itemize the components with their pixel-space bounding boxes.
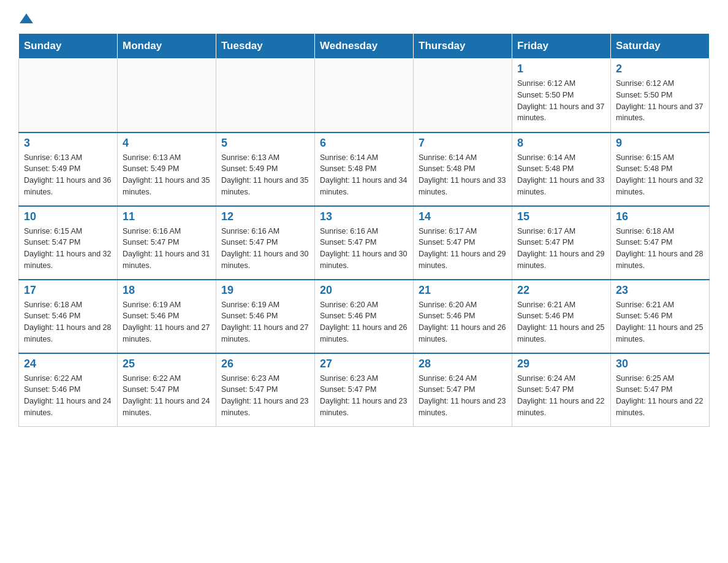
day-number: 18 — [123, 284, 211, 297]
day-info: Sunrise: 6:20 AMSunset: 5:46 PMDaylight:… — [320, 299, 408, 345]
calendar-day-cell: 28Sunrise: 6:24 AMSunset: 5:47 PMDayligh… — [414, 353, 512, 427]
day-number: 27 — [320, 358, 408, 370]
day-number: 29 — [517, 358, 605, 370]
day-number: 12 — [221, 210, 309, 223]
day-info: Sunrise: 6:25 AMSunset: 5:47 PMDaylight:… — [616, 373, 704, 419]
day-info: Sunrise: 6:23 AMSunset: 5:47 PMDaylight:… — [320, 373, 408, 419]
calendar-table: SundayMondayTuesdayWednesdayThursdayFrid… — [18, 33, 710, 427]
calendar-day-cell: 13Sunrise: 6:16 AMSunset: 5:47 PMDayligh… — [315, 206, 414, 280]
calendar-day-cell: 22Sunrise: 6:21 AMSunset: 5:46 PMDayligh… — [512, 280, 611, 353]
day-info: Sunrise: 6:14 AMSunset: 5:48 PMDaylight:… — [517, 152, 605, 198]
day-info: Sunrise: 6:24 AMSunset: 5:47 PMDaylight:… — [419, 373, 507, 419]
day-number: 30 — [616, 358, 704, 370]
calendar-day-cell: 29Sunrise: 6:24 AMSunset: 5:47 PMDayligh… — [512, 353, 611, 427]
calendar-day-cell: 6Sunrise: 6:14 AMSunset: 5:48 PMDaylight… — [315, 132, 414, 206]
day-info: Sunrise: 6:23 AMSunset: 5:47 PMDaylight:… — [221, 373, 309, 419]
calendar-day-cell: 11Sunrise: 6:16 AMSunset: 5:47 PMDayligh… — [118, 206, 216, 280]
weekday-header-tuesday: Tuesday — [216, 34, 315, 59]
calendar-day-cell: 14Sunrise: 6:17 AMSunset: 5:47 PMDayligh… — [414, 206, 512, 280]
calendar-day-cell: 19Sunrise: 6:19 AMSunset: 5:46 PMDayligh… — [216, 280, 315, 353]
day-number: 9 — [616, 137, 704, 150]
day-number: 10 — [24, 210, 112, 223]
day-number: 24 — [24, 358, 112, 370]
calendar-day-cell: 26Sunrise: 6:23 AMSunset: 5:47 PMDayligh… — [216, 353, 315, 427]
day-number: 8 — [517, 137, 605, 150]
day-info: Sunrise: 6:16 AMSunset: 5:47 PMDaylight:… — [320, 226, 408, 272]
day-info: Sunrise: 6:22 AMSunset: 5:46 PMDaylight:… — [24, 373, 112, 419]
day-number: 16 — [616, 210, 704, 223]
day-info: Sunrise: 6:14 AMSunset: 5:48 PMDaylight:… — [419, 152, 507, 198]
day-number: 1 — [517, 63, 605, 75]
calendar-day-cell: 10Sunrise: 6:15 AMSunset: 5:47 PMDayligh… — [19, 206, 118, 280]
day-number: 6 — [320, 137, 408, 150]
day-info: Sunrise: 6:13 AMSunset: 5:49 PMDaylight:… — [123, 152, 211, 198]
calendar-day-cell: 4Sunrise: 6:13 AMSunset: 5:49 PMDaylight… — [118, 132, 216, 206]
day-number: 21 — [419, 284, 507, 297]
calendar-day-cell: 8Sunrise: 6:14 AMSunset: 5:48 PMDaylight… — [512, 132, 611, 206]
calendar-day-cell: 7Sunrise: 6:14 AMSunset: 5:48 PMDaylight… — [414, 132, 512, 206]
calendar-day-cell: 21Sunrise: 6:20 AMSunset: 5:46 PMDayligh… — [414, 280, 512, 353]
page-header — [18, 12, 710, 27]
day-number: 28 — [419, 358, 507, 370]
day-number: 4 — [123, 137, 211, 150]
day-info: Sunrise: 6:14 AMSunset: 5:48 PMDaylight:… — [320, 152, 408, 198]
calendar-week-row: 24Sunrise: 6:22 AMSunset: 5:46 PMDayligh… — [19, 353, 710, 427]
calendar-day-cell: 16Sunrise: 6:18 AMSunset: 5:47 PMDayligh… — [611, 206, 710, 280]
day-number: 11 — [123, 210, 211, 223]
day-info: Sunrise: 6:12 AMSunset: 5:50 PMDaylight:… — [517, 78, 605, 124]
weekday-header-sunday: Sunday — [19, 34, 118, 59]
day-number: 19 — [221, 284, 309, 297]
calendar-week-row: 10Sunrise: 6:15 AMSunset: 5:47 PMDayligh… — [19, 206, 710, 280]
day-info: Sunrise: 6:13 AMSunset: 5:49 PMDaylight:… — [24, 152, 112, 198]
day-info: Sunrise: 6:15 AMSunset: 5:48 PMDaylight:… — [616, 152, 704, 198]
day-info: Sunrise: 6:20 AMSunset: 5:46 PMDaylight:… — [419, 299, 507, 345]
calendar-week-row: 17Sunrise: 6:18 AMSunset: 5:46 PMDayligh… — [19, 280, 710, 353]
calendar-day-cell: 20Sunrise: 6:20 AMSunset: 5:46 PMDayligh… — [315, 280, 414, 353]
calendar-day-cell — [315, 59, 414, 132]
calendar-day-cell — [19, 59, 118, 132]
logo-triangle-icon — [20, 12, 33, 25]
calendar-week-row: 3Sunrise: 6:13 AMSunset: 5:49 PMDaylight… — [19, 132, 710, 206]
day-number: 25 — [123, 358, 211, 370]
weekday-header-row: SundayMondayTuesdayWednesdayThursdayFrid… — [19, 34, 710, 59]
day-info: Sunrise: 6:24 AMSunset: 5:47 PMDaylight:… — [517, 373, 605, 419]
day-info: Sunrise: 6:22 AMSunset: 5:47 PMDaylight:… — [123, 373, 211, 419]
calendar-day-cell: 2Sunrise: 6:12 AMSunset: 5:50 PMDaylight… — [611, 59, 710, 132]
day-number: 26 — [221, 358, 309, 370]
day-info: Sunrise: 6:18 AMSunset: 5:47 PMDaylight:… — [616, 226, 704, 272]
weekday-header-monday: Monday — [118, 34, 216, 59]
day-info: Sunrise: 6:16 AMSunset: 5:47 PMDaylight:… — [123, 226, 211, 272]
calendar-day-cell: 12Sunrise: 6:16 AMSunset: 5:47 PMDayligh… — [216, 206, 315, 280]
day-number: 15 — [517, 210, 605, 223]
weekday-header-thursday: Thursday — [414, 34, 512, 59]
calendar-day-cell: 30Sunrise: 6:25 AMSunset: 5:47 PMDayligh… — [611, 353, 710, 427]
day-number: 17 — [24, 284, 112, 297]
day-info: Sunrise: 6:18 AMSunset: 5:46 PMDaylight:… — [24, 299, 112, 345]
day-number: 5 — [221, 137, 309, 150]
day-info: Sunrise: 6:19 AMSunset: 5:46 PMDaylight:… — [123, 299, 211, 345]
weekday-header-wednesday: Wednesday — [315, 34, 414, 59]
calendar-day-cell: 27Sunrise: 6:23 AMSunset: 5:47 PMDayligh… — [315, 353, 414, 427]
day-number: 2 — [616, 63, 704, 75]
day-info: Sunrise: 6:15 AMSunset: 5:47 PMDaylight:… — [24, 226, 112, 272]
weekday-header-saturday: Saturday — [611, 34, 710, 59]
calendar-day-cell: 23Sunrise: 6:21 AMSunset: 5:46 PMDayligh… — [611, 280, 710, 353]
day-number: 20 — [320, 284, 408, 297]
calendar-day-cell: 3Sunrise: 6:13 AMSunset: 5:49 PMDaylight… — [19, 132, 118, 206]
day-info: Sunrise: 6:21 AMSunset: 5:46 PMDaylight:… — [517, 299, 605, 345]
calendar-day-cell — [216, 59, 315, 132]
calendar-day-cell: 17Sunrise: 6:18 AMSunset: 5:46 PMDayligh… — [19, 280, 118, 353]
calendar-day-cell: 18Sunrise: 6:19 AMSunset: 5:46 PMDayligh… — [118, 280, 216, 353]
day-number: 23 — [616, 284, 704, 297]
logo — [18, 12, 33, 27]
weekday-header-friday: Friday — [512, 34, 611, 59]
calendar-day-cell: 5Sunrise: 6:13 AMSunset: 5:49 PMDaylight… — [216, 132, 315, 206]
day-number: 13 — [320, 210, 408, 223]
svg-marker-0 — [20, 13, 33, 23]
day-info: Sunrise: 6:17 AMSunset: 5:47 PMDaylight:… — [517, 226, 605, 272]
day-info: Sunrise: 6:21 AMSunset: 5:46 PMDaylight:… — [616, 299, 704, 345]
calendar-day-cell: 1Sunrise: 6:12 AMSunset: 5:50 PMDaylight… — [512, 59, 611, 132]
day-info: Sunrise: 6:16 AMSunset: 5:47 PMDaylight:… — [221, 226, 309, 272]
calendar-day-cell — [118, 59, 216, 132]
day-info: Sunrise: 6:19 AMSunset: 5:46 PMDaylight:… — [221, 299, 309, 345]
